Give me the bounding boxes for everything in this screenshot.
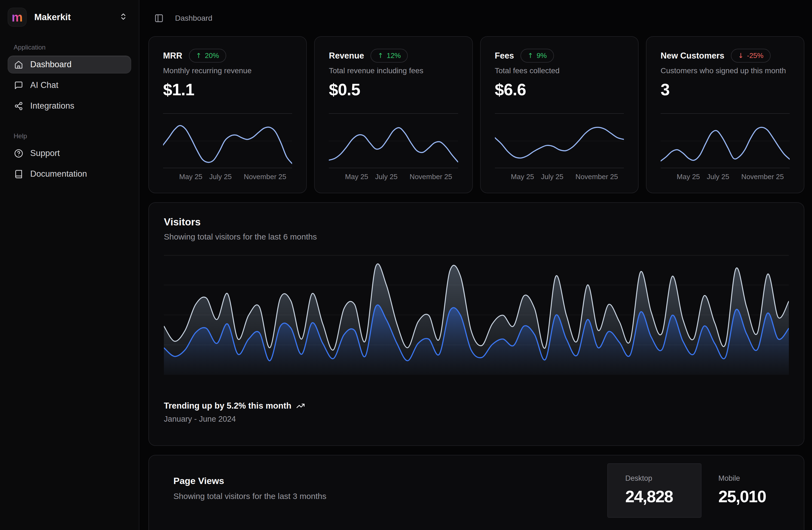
- sparkline-chart: [163, 113, 292, 168]
- x-tick: November 25: [410, 173, 452, 181]
- stat-card-revenue: Revenue ↑12% Total revenue including fee…: [314, 36, 473, 193]
- makerkit-logo: m: [8, 8, 26, 26]
- x-tick: July 25: [375, 173, 397, 181]
- x-tick: July 25: [209, 173, 232, 181]
- stat-title: MRR: [163, 51, 183, 61]
- top-bar: Dashboard: [140, 0, 812, 36]
- stat-description: Monthly recurring revenue: [163, 67, 292, 75]
- sidebar-item-dashboard[interactable]: Dashboard: [8, 56, 131, 73]
- sidebar-item-ai-chat[interactable]: AI Chat: [8, 77, 131, 94]
- visitors-card: Visitors Showing total visitors for the …: [148, 202, 804, 446]
- help-circle-icon: [14, 149, 23, 158]
- trend-badge: ↓-25%: [731, 49, 771, 62]
- x-tick: November 25: [244, 173, 286, 181]
- x-tick: July 25: [707, 173, 729, 181]
- main-area: Dashboard MRR ↑20% Monthly recurring rev…: [140, 0, 812, 530]
- sidebar-item-label: Integrations: [30, 101, 74, 111]
- workspace-name: Makerkit: [34, 12, 111, 22]
- x-tick: May 25: [179, 173, 202, 181]
- sidebar-item-label: Documentation: [30, 169, 87, 179]
- panel-left-icon[interactable]: [154, 14, 164, 23]
- share-icon: [14, 102, 23, 111]
- desktop-toggle[interactable]: Desktop 24,828: [608, 464, 701, 517]
- stat-value: 3: [661, 80, 790, 99]
- stat-card-new-customers: New Customers ↓-25% Customers who signed…: [646, 36, 804, 193]
- stat-value: $6.6: [495, 80, 624, 99]
- visitors-subtitle: Showing total visitors for the last 6 mo…: [164, 232, 789, 242]
- page-views-toggles: Desktop 24,828 Mobile 25,010: [608, 464, 804, 517]
- chevrons-up-down-icon: [119, 13, 127, 22]
- sparkline-x-axis: May 25 July 25 November 25: [661, 168, 790, 185]
- visitors-title: Visitors: [164, 216, 789, 228]
- mobile-label: Mobile: [719, 474, 804, 483]
- visitors-footer: Trending up by 5.2% this month January -…: [164, 401, 789, 424]
- trend-badge: ↑12%: [371, 49, 408, 62]
- sidebar-item-support[interactable]: Support: [8, 145, 131, 162]
- trend-badge: ↑20%: [189, 49, 226, 62]
- sidebar-item-integrations[interactable]: Integrations: [8, 98, 131, 114]
- book-icon: [14, 170, 23, 178]
- chat-icon: [14, 81, 23, 90]
- arrow-down-icon: ↓: [738, 52, 744, 60]
- sidebar-item-label: AI Chat: [30, 80, 58, 90]
- stat-title: Fees: [495, 51, 514, 61]
- stat-card-fees: Fees ↑9% Total fees collected $6.6 May 2…: [480, 36, 639, 193]
- trend-text: Trending up by 5.2% this month: [164, 401, 291, 411]
- desktop-label: Desktop: [625, 474, 701, 483]
- sidebar-nav: Application Dashboard AI Chat Integratio…: [0, 34, 139, 186]
- x-tick: November 25: [741, 173, 784, 181]
- sparkline-chart: [329, 113, 458, 168]
- x-tick: May 25: [511, 173, 534, 181]
- desktop-value: 24,828: [625, 487, 701, 506]
- content: MRR ↑20% Monthly recurring revenue $1.1 …: [140, 36, 812, 530]
- stat-cards-row: MRR ↑20% Monthly recurring revenue $1.1 …: [148, 36, 804, 193]
- page-views-subtitle: Showing total visitors for the last 3 mo…: [173, 492, 608, 501]
- stat-value: $0.5: [329, 80, 458, 99]
- arrow-up-icon: ↑: [196, 52, 202, 60]
- sparkline-x-axis: May 25 July 25 November 25: [495, 168, 624, 185]
- date-range: January - June 2024: [164, 415, 789, 424]
- sidebar-item-label: Dashboard: [30, 60, 72, 69]
- stat-description: Total revenue including fees: [329, 67, 458, 75]
- stat-description: Total fees collected: [495, 67, 624, 75]
- sidebar-item-label: Support: [30, 148, 60, 158]
- nav-section-help: Help: [14, 132, 131, 140]
- trending-up-icon: [296, 402, 305, 410]
- page-views-card: Page Views Showing total visitors for th…: [148, 455, 804, 530]
- sparkline-chart: [495, 113, 624, 168]
- page-views-title: Page Views: [173, 475, 608, 486]
- arrow-up-icon: ↑: [378, 52, 383, 60]
- home-icon: [14, 60, 23, 69]
- x-tick: May 25: [677, 173, 700, 181]
- x-tick: May 25: [345, 173, 368, 181]
- breadcrumb: Dashboard: [175, 14, 212, 23]
- x-tick: November 25: [576, 173, 618, 181]
- stat-card-mrr: MRR ↑20% Monthly recurring revenue $1.1 …: [148, 36, 307, 193]
- sidebar-item-documentation[interactable]: Documentation: [8, 166, 131, 182]
- nav-section-application: Application: [14, 44, 131, 51]
- stat-value: $1.1: [163, 80, 292, 99]
- stat-title: New Customers: [661, 51, 724, 61]
- sparkline-x-axis: May 25 July 25 November 25: [329, 168, 458, 185]
- sparkline-x-axis: May 25 July 25 November 25: [163, 168, 292, 185]
- x-tick: July 25: [541, 173, 563, 181]
- workspace-switcher[interactable]: m Makerkit: [0, 0, 139, 34]
- visitors-area-chart: [164, 255, 789, 375]
- arrow-up-icon: ↑: [527, 52, 533, 60]
- mobile-value: 25,010: [719, 487, 804, 506]
- trend-badge: ↑9%: [520, 49, 554, 62]
- sidebar: m Makerkit Application Dashboard AI Chat: [0, 0, 140, 530]
- page-views-header: Page Views Showing total visitors for th…: [149, 455, 804, 530]
- mobile-toggle[interactable]: Mobile 25,010: [701, 464, 804, 517]
- stat-description: Customers who signed up this month: [661, 67, 790, 75]
- app-root: m Makerkit Application Dashboard AI Chat: [0, 0, 812, 530]
- stat-title: Revenue: [329, 51, 364, 61]
- logo-letter: m: [12, 11, 23, 24]
- sparkline-chart: [661, 113, 790, 168]
